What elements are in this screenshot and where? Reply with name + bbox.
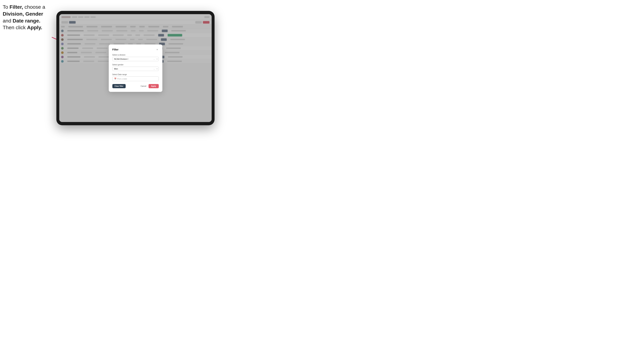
modal-footer: Clear filter Cancel Apply	[112, 84, 159, 88]
date-range-bold: Date range.	[13, 18, 40, 24]
division-clear-icon[interactable]: ×	[156, 58, 158, 60]
modal-overlay: Filter × Select a division NCAA Division…	[59, 14, 212, 122]
calendar-icon: 📅	[114, 78, 116, 80]
filter-bold: Filter,	[10, 4, 23, 10]
modal-right-buttons: Cancel Apply	[140, 84, 159, 88]
gender-label: Select gender	[112, 64, 159, 66]
modal-header: Filter ×	[112, 48, 159, 51]
instruction-text: To Filter, choose a Division, Gender and…	[3, 4, 56, 31]
tablet-screen: Filter × Select a division NCAA Division…	[59, 14, 212, 122]
apply-bold: Apply.	[27, 25, 42, 30]
division-select-wrapper: NCAA Division I NCAA Division II NCAA Di…	[112, 57, 159, 61]
cancel-button[interactable]: Cancel	[140, 84, 147, 88]
clear-filter-button[interactable]: Clear filter	[112, 84, 126, 88]
division-select[interactable]: NCAA Division I NCAA Division II NCAA Di…	[112, 57, 159, 61]
instruction-line1: To Filter, choose a	[3, 4, 45, 10]
date-range-input[interactable]: 📅 Pick a date	[112, 76, 159, 81]
gender-select-wrapper: Men Women ×	[112, 67, 159, 71]
gender-select[interactable]: Men Women	[112, 67, 159, 71]
tablet-frame: Filter × Select a division NCAA Division…	[56, 11, 214, 125]
instruction-line4: Then click Apply.	[3, 25, 42, 30]
division-gender-bold: Division, Gender	[3, 11, 43, 17]
date-form-group: Select Date range 📅 Pick a date	[112, 74, 159, 81]
gender-form-group: Select gender Men Women ×	[112, 64, 159, 71]
date-label: Select Date range	[112, 74, 159, 76]
close-icon[interactable]: ×	[156, 48, 159, 51]
filter-modal: Filter × Select a division NCAA Division…	[109, 44, 162, 92]
gender-clear-icon[interactable]: ×	[156, 68, 158, 70]
date-placeholder: Pick a date	[117, 78, 127, 80]
division-label: Select a division	[112, 54, 159, 56]
modal-title: Filter	[112, 48, 118, 51]
apply-button[interactable]: Apply	[148, 84, 159, 88]
instruction-line3: and Date range.	[3, 18, 40, 24]
division-form-group: Select a division NCAA Division I NCAA D…	[112, 54, 159, 61]
